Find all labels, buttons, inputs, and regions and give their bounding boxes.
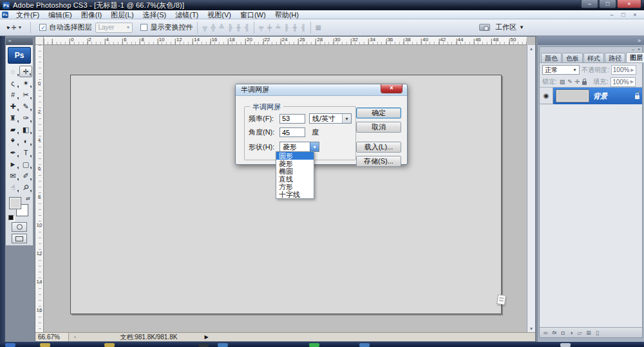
current-tool-button[interactable]: ► ✛ ▼ [4, 24, 26, 31]
vertical-scrollbar[interactable]: ▲ ▼ [527, 45, 535, 332]
dock-expand-icon[interactable]: » [638, 37, 641, 44]
zoom-level-field[interactable]: 66.67% [35, 333, 69, 341]
tab-色板[interactable]: 色板 [562, 53, 583, 62]
lasso-tool[interactable]: ς [6, 77, 19, 89]
taskbar-icon-4[interactable] [218, 343, 228, 347]
taskbar-icon-0[interactable] [5, 343, 15, 347]
windows-taskbar[interactable] [0, 342, 644, 347]
healing-brush-tool[interactable]: ✚ [6, 100, 19, 112]
workspace-button[interactable]: 工作区 ▼ [495, 23, 524, 32]
show-transform-checkbox[interactable] [140, 24, 147, 31]
panel-minimize-icon[interactable]: – [632, 47, 634, 52]
maximize-button[interactable]: □ [599, 0, 616, 8]
lock-position-icon[interactable]: ✛ [575, 79, 580, 85]
layer-mask-icon[interactable]: ◘ [562, 330, 565, 336]
foreground-color-swatch[interactable] [9, 197, 21, 209]
dialog-close-button[interactable]: × [381, 84, 402, 93]
blend-mode-select[interactable]: 正常 ▼ [542, 65, 580, 75]
shape-option-菱形[interactable]: 菱形 [276, 160, 314, 167]
taskbar-icon-1[interactable] [40, 343, 50, 347]
type-tool[interactable]: T [19, 147, 32, 158]
quick-mask-button[interactable] [12, 222, 27, 232]
blur-tool[interactable]: ♠ [6, 135, 19, 147]
elliptical-marquee-tool[interactable]: ◌ [6, 66, 19, 77]
tab-路径[interactable]: 路径 [605, 53, 625, 62]
angle-input[interactable] [279, 127, 305, 137]
menu-item-7[interactable]: 窗口(W) [236, 10, 270, 19]
status-expand-button[interactable]: ▶ [204, 334, 208, 340]
shape-select[interactable]: 菱形 ▼ [279, 142, 319, 152]
toolbox-collapse-button[interactable]: « [6, 38, 33, 45]
scroll-down-icon[interactable]: ▼ [529, 326, 534, 331]
scroll-up-icon[interactable]: ▲ [529, 46, 534, 51]
menu-item-6[interactable]: 视图(V) [203, 10, 236, 19]
gradient-tool[interactable]: ◧ [19, 124, 32, 135]
screen-mode-button[interactable] [12, 234, 27, 243]
swap-colors-icon[interactable]: ⇄ [26, 196, 30, 202]
ok-button[interactable]: 确定 [356, 108, 401, 118]
save-button[interactable]: 存储(S)... [356, 156, 401, 167]
taskbar-icon-5[interactable] [309, 343, 319, 347]
taskbar-icon-6[interactable] [359, 343, 370, 347]
taskbar-icon-7[interactable] [560, 343, 571, 347]
align-icon-3[interactable]: ╠ [228, 24, 232, 31]
eraser-tool[interactable]: ▰ [6, 124, 19, 135]
bridge-icon[interactable] [479, 24, 490, 31]
distribute-icon-3[interactable]: ╟ [284, 24, 289, 31]
visibility-cell[interactable]: ◉ [540, 88, 553, 104]
tab-样式[interactable]: 样式 [583, 53, 604, 62]
close-button[interactable]: × [617, 0, 641, 8]
auto-align-icon-0[interactable]: ▦ [316, 24, 321, 31]
distribute-icon-2[interactable]: ╧ [276, 24, 280, 31]
shape-option-圆形[interactable]: 圆形 [276, 152, 314, 160]
shape-option-十字线[interactable]: 十字线 [276, 191, 314, 198]
frequency-unit-select[interactable]: 线/英寸 ▼ [309, 113, 352, 124]
align-icon-2[interactable]: ╩ [220, 24, 224, 31]
load-button[interactable]: 载入(L)... [356, 142, 401, 153]
doc-restore-button[interactable]: □ [619, 12, 628, 18]
new-group-icon[interactable]: ▱ [577, 330, 582, 336]
shape-tool[interactable]: ▢ [19, 158, 32, 170]
distribute-icon-0[interactable]: ╤ [259, 24, 263, 31]
scroll-up-icon[interactable]: ▲ [637, 89, 641, 93]
menu-item-0[interactable]: 文件(F) [12, 10, 44, 19]
brush-tool[interactable]: ✎ [19, 100, 32, 112]
shape-option-直线[interactable]: 直线 [276, 175, 314, 183]
hand-tool[interactable]: ☝ [6, 182, 19, 193]
crop-tool[interactable]: # [6, 89, 19, 100]
path-selection-tool[interactable]: ► [6, 158, 19, 170]
panel-close-icon[interactable]: × [638, 47, 640, 52]
move-tool[interactable]: ✛ [19, 66, 32, 77]
default-colors-icon[interactable] [8, 215, 14, 220]
layer-scope-select[interactable]: Layer ▼ [95, 23, 133, 33]
taskbar-icon-3[interactable] [198, 343, 209, 347]
frequency-input[interactable] [279, 114, 305, 124]
menu-item-8[interactable]: 帮助(H) [270, 10, 303, 19]
dodge-tool[interactable]: ◐ [19, 135, 32, 147]
menu-item-3[interactable]: 图层(L) [106, 10, 138, 19]
fill-field[interactable]: 100% ▶ [611, 77, 636, 87]
slice-tool[interactable]: ✂ [19, 89, 32, 100]
shape-option-方形[interactable]: 方形 [276, 183, 314, 191]
align-icon-1[interactable]: ╬ [211, 24, 216, 31]
distribute-icon-1[interactable]: ╪ [267, 24, 272, 31]
align-icon-4[interactable]: ╫ [236, 24, 241, 31]
lock-all-icon[interactable] [582, 81, 587, 85]
doc-minimize-button[interactable]: – [607, 12, 616, 18]
auto-select-checkbox[interactable]: ✓ [39, 24, 46, 31]
tab-图层[interactable]: 图层× [626, 52, 644, 62]
menu-item-4[interactable]: 选择(S) [138, 10, 171, 19]
align-icon-0[interactable]: ╦ [202, 24, 207, 31]
adjustment-layer-icon[interactable]: ◑ [569, 330, 573, 336]
menu-item-1[interactable]: 编辑(E) [44, 10, 77, 19]
zoom-tool[interactable]: ⚲ [19, 182, 32, 193]
delete-layer-icon[interactable]: ▯ [596, 330, 599, 336]
new-layer-icon[interactable]: ⊞ [586, 330, 591, 336]
photoshop-logo-button[interactable]: Ps [8, 47, 31, 64]
link-layers-icon[interactable]: ∞ [544, 330, 547, 336]
opacity-field[interactable]: 100% ▶ [611, 65, 636, 75]
lock-transparency-icon[interactable]: ▨ [560, 79, 565, 85]
layer-style-icon[interactable]: fx [552, 330, 556, 335]
menu-item-5[interactable]: 滤镜(T) [171, 10, 203, 19]
magic-wand-tool[interactable]: ✶ [19, 77, 32, 89]
